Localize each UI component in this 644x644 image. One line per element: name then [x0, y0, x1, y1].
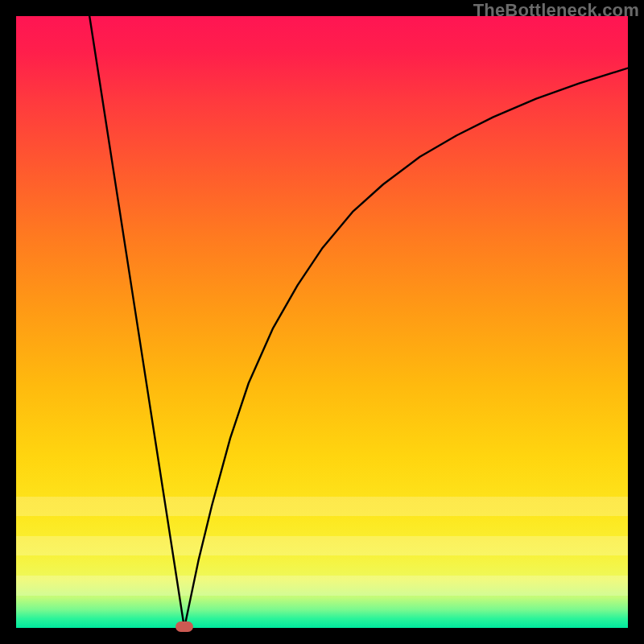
curve-layer	[16, 16, 628, 628]
chart-frame: TheBottleneck.com	[0, 0, 644, 644]
watermark-text: TheBottleneck.com	[473, 0, 639, 21]
minimum-marker	[175, 621, 193, 632]
bottleneck-curve	[89, 16, 628, 628]
